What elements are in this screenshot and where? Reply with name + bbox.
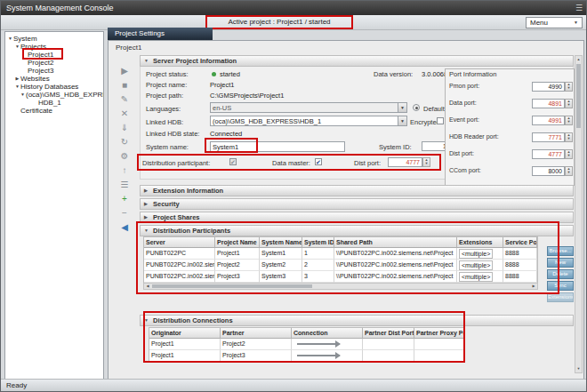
table-cell[interactable]: 8888 (503, 260, 537, 271)
table-cell[interactable]: 8888 (503, 248, 537, 260)
hdb-reader-port-stepper[interactable]: 7771▲▼ (532, 132, 573, 142)
tree-item-history-databases[interactable]: ▼History Databases (5, 83, 103, 91)
pmon-port-value[interactable]: 4990 (532, 82, 565, 92)
extensions-value[interactable]: <multiple> (459, 249, 493, 259)
expander-icon[interactable]: ▼ (14, 83, 20, 91)
browse-button[interactable]: Browse... (547, 246, 574, 256)
system-name-field[interactable]: System1 (210, 141, 345, 152)
spinner-arrows[interactable]: ▲▼ (565, 99, 573, 108)
data-port-stepper[interactable]: 4891▲▼ (532, 99, 573, 108)
pmon-port-stepper[interactable]: 4990▲▼ (532, 82, 573, 92)
table-cell[interactable]: Project1 (149, 350, 221, 362)
add-icon[interactable]: + (114, 192, 135, 206)
spinner-arrows[interactable]: ▲▼ (565, 132, 573, 142)
column-header[interactable]: System Name (260, 237, 302, 248)
table-cell[interactable]: \\PUNBT022PC.in002.siemens.net\Project (334, 271, 457, 283)
dist-port-info-value[interactable]: 4777 (532, 149, 565, 159)
column-header[interactable]: Project Name (215, 237, 260, 248)
dist-port-value[interactable]: 4777 (388, 157, 422, 167)
spinner-arrows[interactable]: ▲▼ (565, 116, 573, 125)
upgrade-project-icon[interactable]: ↑ (114, 164, 135, 178)
stop-project-icon[interactable]: ■ (114, 78, 135, 92)
extensions-value[interactable]: <multiple> (459, 272, 493, 282)
event-port-value[interactable]: 4991 (532, 116, 565, 125)
table-cell[interactable]: 1 (302, 248, 334, 260)
scrollbar-thumb[interactable] (152, 284, 312, 288)
extensions-dropdown-cell[interactable]: <multiple> (457, 271, 503, 283)
encrypted-checkbox[interactable] (437, 117, 444, 124)
table-cell[interactable] (414, 339, 464, 350)
tab-project-settings[interactable]: Project Settings (108, 28, 213, 40)
table-cell[interactable]: Project2 (215, 260, 260, 271)
extensions-value[interactable]: <multiple> (459, 260, 493, 270)
spin-down-icon[interactable]: ▼ (566, 86, 572, 90)
connection-cell[interactable] (292, 339, 363, 350)
default-language-radio[interactable] (413, 104, 420, 111)
table-cell[interactable]: System2 (260, 260, 302, 271)
scroll-left-icon[interactable]: ◀ (144, 284, 151, 289)
section-header-extension-information[interactable]: ▶ Extension Information (140, 185, 574, 196)
tree-item-project1[interactable]: Project1 (5, 51, 103, 59)
tree-item-websites[interactable]: ▶Websites (5, 75, 103, 83)
column-header[interactable]: Service Port (503, 237, 537, 248)
tree-item-hdb-express[interactable]: ▼(oca)\GMS_HDB_EXPRESS (5, 91, 103, 99)
participants-horizontal-scrollbar[interactable]: ◀ ▶ (143, 283, 538, 290)
table-cell[interactable]: Project1 (215, 248, 260, 260)
section-header-distribution-participants[interactable]: ▼ Distribution Participants (140, 225, 574, 236)
expander-icon[interactable]: ▼ (7, 35, 13, 43)
hamburger-icon[interactable]: ☰ (575, 1, 583, 15)
column-header[interactable]: Extensions (457, 237, 503, 248)
spin-down-icon[interactable]: ▼ (566, 103, 572, 107)
extensions-dropdown-cell[interactable]: <multiple> (457, 260, 503, 271)
spinner-arrows[interactable]: ▲▼ (565, 149, 573, 159)
column-header[interactable]: Server (144, 237, 215, 248)
table-cell[interactable] (363, 339, 414, 350)
table-cell[interactable]: PUNBT022PC.in002.siemens.net (144, 260, 215, 271)
table-cell[interactable]: Project3 (215, 271, 260, 283)
table-cell[interactable]: Project2 (221, 339, 292, 350)
spin-down-icon[interactable]: ▼ (566, 154, 572, 157)
spin-down-icon[interactable]: ▼ (423, 162, 430, 165)
column-header[interactable]: Partner (221, 328, 292, 339)
section-header-security[interactable]: ▶ Security (140, 198, 574, 210)
sync-button[interactable]: Sync (547, 281, 574, 291)
column-header[interactable]: Originator (149, 328, 221, 339)
column-header[interactable]: Connection (292, 328, 363, 339)
table-cell[interactable]: \\PUNBT022PC.in002.siemens.net\Project (334, 260, 457, 271)
table-cell[interactable]: System3 (260, 271, 302, 283)
table-cell[interactable]: 2 (302, 260, 334, 271)
section-header-project-shares[interactable]: ▶ Project Shares (140, 212, 574, 223)
connection-cell[interactable] (292, 350, 363, 362)
extensions-button[interactable]: Extensions (547, 292, 574, 302)
settings-vertical-scrollbar[interactable]: ▲ ▼ (575, 55, 583, 373)
tree-item-system[interactable]: ▼System (5, 35, 103, 43)
table-cell[interactable]: System1 (260, 248, 302, 260)
remove-icon[interactable]: − (114, 206, 135, 220)
tree-item-hdb1[interactable]: HDB_1 (5, 99, 103, 107)
table-cell[interactable] (414, 350, 464, 362)
table-cell[interactable]: PUNBT022PC.in002.siemens.net (144, 271, 215, 283)
tree-item-certificate[interactable]: Certificate (5, 107, 103, 115)
spin-down-icon[interactable]: ▼ (566, 137, 572, 140)
distribution-participant-checkbox[interactable]: ✔ (229, 158, 237, 165)
table-cell[interactable] (363, 350, 414, 362)
spin-down-icon[interactable]: ▼ (566, 171, 572, 174)
scrollbar-thumb[interactable] (576, 64, 581, 128)
column-header[interactable]: Shared Path (334, 237, 457, 248)
extensions-dropdown-cell[interactable]: <multiple> (457, 248, 503, 260)
new-button[interactable]: New (547, 258, 574, 268)
scroll-down-icon[interactable]: ▼ (575, 365, 582, 372)
linked-hdb-dropdown[interactable]: (oca)\GMS_HDB_EXPRESS\HDB_1 ▼ (210, 116, 407, 126)
section-header-server-project-information[interactable]: ▼ Server Project Information (140, 55, 574, 67)
tree-item-project3[interactable]: Project3 (5, 67, 103, 75)
table-cell[interactable]: PUNBT022PC (144, 248, 215, 260)
expander-icon[interactable]: ▼ (14, 43, 20, 51)
spinner-arrows[interactable]: ▲▼ (422, 157, 430, 167)
tree-item-project2[interactable]: Project2 (5, 59, 103, 67)
expander-icon[interactable]: ▼ (20, 91, 26, 99)
expander-icon[interactable]: ▶ (14, 75, 20, 83)
save-project-icon[interactable]: ⇓ (114, 121, 135, 135)
scroll-up-icon[interactable]: ▲ (575, 56, 582, 63)
tree-item-projects[interactable]: ▼Projects (5, 43, 103, 51)
event-port-stepper[interactable]: 4991▲▼ (532, 116, 573, 125)
